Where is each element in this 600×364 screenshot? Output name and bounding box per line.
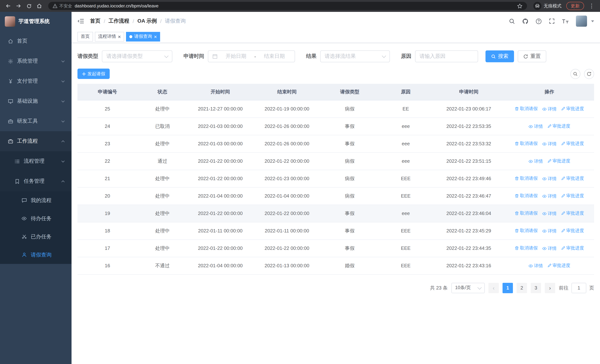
sidebar-item-dev-tools[interactable]: 研发工具: [0, 111, 72, 131]
detail-link[interactable]: 详情: [542, 210, 557, 217]
approval-progress-link[interactable]: 审批进度: [561, 227, 584, 234]
refresh-table-button[interactable]: [584, 69, 594, 79]
goto-page-input[interactable]: 1: [572, 283, 586, 293]
cell-reason: EEE: [379, 187, 433, 205]
approval-progress-link[interactable]: 审批进度: [561, 140, 584, 147]
approval-progress-link[interactable]: 审批进度: [561, 245, 584, 251]
delete-icon: [515, 194, 519, 198]
forward-button[interactable]: [14, 1, 23, 10]
search-icon[interactable]: [509, 18, 515, 24]
cell-end-time: 2022-01-13 00:00:00: [253, 257, 321, 274]
home-button[interactable]: [35, 1, 44, 10]
github-icon[interactable]: [522, 18, 528, 24]
approval-progress-link[interactable]: 审批进度: [547, 262, 570, 269]
goto-page: 前往 1 页: [559, 283, 594, 293]
page-size-select[interactable]: 10条/页: [451, 283, 485, 293]
tab-leave-query[interactable]: 请假查询×: [126, 32, 160, 41]
detail-link[interactable]: 详情: [542, 245, 557, 252]
cancel-leave-link[interactable]: 取消请假: [515, 175, 538, 181]
site-security[interactable]: 不安全: [53, 3, 72, 9]
date-end-placeholder[interactable]: 结束日期: [258, 53, 291, 60]
detail-link[interactable]: 详情: [528, 158, 543, 164]
menu-item-label: 工作流程: [17, 138, 38, 145]
task-icon: [14, 178, 20, 184]
create-leave-button[interactable]: 发起请假: [77, 69, 110, 79]
cancel-leave-link[interactable]: 取消请假: [515, 210, 538, 216]
sidebar-item-infrastructure[interactable]: 基础设施: [0, 91, 72, 111]
page-button-2[interactable]: 2: [517, 283, 527, 293]
column-header: 操作: [505, 84, 594, 100]
sidebar-item-leave-query[interactable]: 请假查询: [0, 246, 72, 264]
bookmark-star-icon[interactable]: [517, 3, 523, 9]
reload-button[interactable]: [24, 1, 33, 10]
browser-menu-icon[interactable]: ⋮: [587, 3, 596, 9]
approval-progress-link[interactable]: 审批进度: [561, 193, 584, 199]
monitor-icon: [7, 98, 13, 104]
approval-progress-link[interactable]: 审批进度: [547, 158, 570, 164]
approval-progress-link[interactable]: 审批进度: [547, 123, 570, 129]
cell-apply-time: 2022-01-22 23:53:35: [433, 118, 505, 135]
tab-close-icon[interactable]: ×: [118, 34, 121, 39]
tab-process-detail[interactable]: 流程详情×: [95, 32, 124, 41]
sidebar-item-process-management[interactable]: 流程管理: [0, 151, 72, 171]
detail-link[interactable]: 详情: [528, 123, 543, 130]
detail-link[interactable]: 详情: [542, 193, 557, 199]
detail-link[interactable]: 详情: [542, 176, 557, 182]
next-page-button[interactable]: ›: [545, 283, 555, 293]
page-button-1[interactable]: 1: [503, 283, 513, 293]
sidebar-item-workflow[interactable]: 工作流程: [0, 131, 72, 151]
cancel-leave-link[interactable]: 取消请假: [515, 105, 538, 112]
approval-progress-link[interactable]: 审批进度: [561, 210, 584, 216]
approval-progress-link[interactable]: 审批进度: [561, 105, 584, 112]
back-button[interactable]: [4, 1, 13, 10]
detail-link[interactable]: 详情: [542, 141, 557, 147]
fullscreen-icon[interactable]: [549, 18, 555, 24]
breadcrumb-item[interactable]: 工作流程: [109, 18, 129, 24]
breadcrumb-item[interactable]: OA 示例: [138, 18, 157, 24]
cancel-leave-link[interactable]: 取消请假: [515, 140, 538, 147]
url-text[interactable]: dashboard.yudao.iocoder.cn/bpm/oa/leave: [75, 3, 159, 9]
tab-close-icon[interactable]: ×: [154, 34, 157, 39]
toggle-search-button[interactable]: [570, 69, 580, 79]
approval-progress-link[interactable]: 审批进度: [561, 175, 584, 181]
apply-time-range-picker[interactable]: 开始日期 - 结束日期: [208, 50, 295, 62]
search-button[interactable]: 搜索: [486, 50, 514, 62]
reset-button[interactable]: 重置: [518, 50, 546, 62]
user-avatar[interactable]: [576, 16, 587, 27]
cell-end-time: 2022-01-26 00:00:00: [253, 118, 321, 135]
sidebar-item-system[interactable]: 系统管理: [0, 51, 72, 71]
leave-type-select[interactable]: 请选择请假类型: [102, 50, 172, 62]
avatar-caret-icon[interactable]: [591, 20, 594, 22]
detail-link[interactable]: 详情: [542, 106, 557, 112]
help-icon[interactable]: [535, 18, 542, 24]
cancel-leave-link[interactable]: 取消请假: [515, 193, 538, 199]
sidebar-item-task-management[interactable]: 任务管理: [0, 171, 72, 191]
detail-link[interactable]: 详情: [528, 263, 543, 269]
date-start-placeholder[interactable]: 开始日期: [220, 53, 252, 60]
sidebar-item-home[interactable]: 首页: [0, 31, 72, 51]
prev-page-button[interactable]: ‹: [488, 283, 499, 293]
view-icon: [542, 177, 547, 180]
menu-fold-icon[interactable]: [77, 18, 84, 24]
app-logo[interactable]: 芋道管理系统: [0, 12, 72, 31]
sidebar-item-my-process[interactable]: 我的流程: [0, 191, 72, 209]
detail-link[interactable]: 详情: [542, 228, 557, 234]
cell-apply-no: 20: [77, 187, 137, 205]
cell-status: 通过: [137, 152, 187, 170]
sidebar-item-todo-tasks[interactable]: 待办任务: [0, 209, 72, 228]
tab-home[interactable]: 首页: [77, 32, 93, 41]
cancel-leave-link[interactable]: 取消请假: [515, 245, 538, 251]
update-button[interactable]: 更新: [566, 2, 584, 10]
sidebar-item-done-tasks[interactable]: 已办任务: [0, 228, 72, 246]
page-button-3[interactable]: 3: [531, 283, 541, 293]
result-select[interactable]: 请选择流结果: [320, 50, 390, 62]
address-bar[interactable]: 不安全 dashboard.yudao.iocoder.cn/bpm/oa/le…: [48, 2, 527, 10]
reason-input[interactable]: 请输入原因: [415, 50, 478, 62]
breadcrumb-item[interactable]: 首页: [90, 18, 100, 24]
sidebar-item-payment[interactable]: 支付管理: [0, 71, 72, 91]
font-size-icon[interactable]: [562, 18, 569, 24]
cancel-leave-link[interactable]: 取消请假: [515, 227, 538, 234]
page-buttons: 123: [503, 283, 541, 293]
tab-label: 流程详情: [98, 33, 116, 40]
cell-start-time: 2022-01-04 00:00:00: [188, 187, 253, 205]
